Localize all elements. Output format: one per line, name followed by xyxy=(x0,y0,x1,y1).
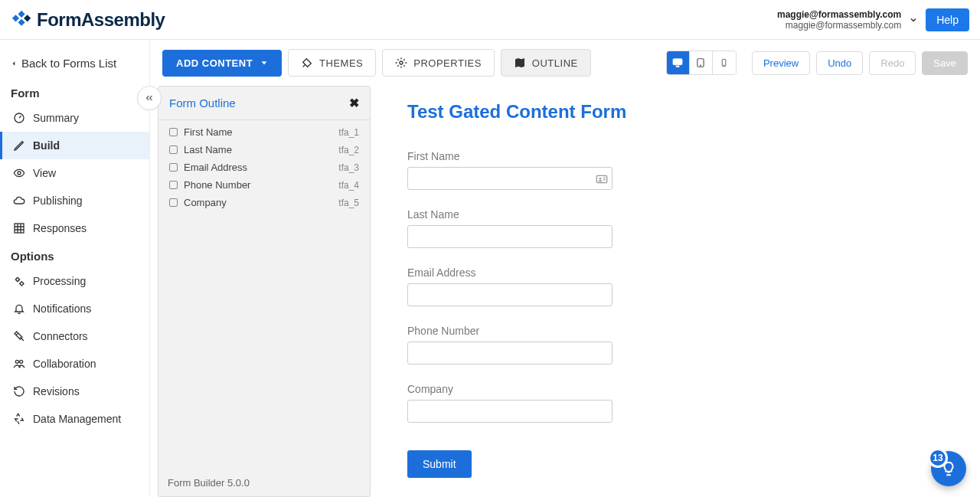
svg-point-10 xyxy=(15,360,18,363)
undo-button[interactable]: Undo xyxy=(816,51,863,75)
form-field-input[interactable] xyxy=(407,283,612,306)
account-menu[interactable]: maggie@formassembly.com maggie@formassem… xyxy=(777,9,918,31)
svg-point-9 xyxy=(20,282,23,285)
back-to-forms-link[interactable]: Back to Forms List xyxy=(0,51,149,79)
form-field-input[interactable] xyxy=(407,400,612,423)
brand-name: FormAssembly xyxy=(37,9,165,31)
sidebar-item-label: Data Management xyxy=(33,413,121,425)
outline-row[interactable]: Companytfa_5 xyxy=(162,194,367,211)
field-type-icon xyxy=(169,181,178,189)
svg-point-19 xyxy=(724,65,725,66)
preview-button[interactable]: Preview xyxy=(752,51,810,75)
device-tablet-button[interactable] xyxy=(690,51,713,74)
tablet-icon xyxy=(695,57,706,69)
map-icon xyxy=(514,57,526,69)
form-preview: Test Gated Content Form First NameLast N… xyxy=(407,86,968,497)
sidebar-item-build[interactable]: Build xyxy=(0,132,149,159)
help-bubble[interactable]: 13 xyxy=(931,451,966,486)
form-field-input[interactable] xyxy=(407,342,612,365)
field-type-icon xyxy=(169,128,178,136)
caret-left-icon xyxy=(11,59,17,68)
svg-rect-2 xyxy=(18,18,24,25)
sidebar-item-data-management[interactable]: Data Management xyxy=(0,405,149,433)
save-button[interactable]: Save xyxy=(922,51,968,75)
outline-row-id: tfa_3 xyxy=(338,162,359,173)
sidebar-item-connectors[interactable]: Connectors xyxy=(0,322,149,350)
help-bubble-count: 13 xyxy=(928,448,948,468)
form-field-label: Company xyxy=(407,383,968,395)
device-desktop-button[interactable] xyxy=(667,51,690,74)
brush-icon xyxy=(301,57,313,69)
outline-label: OUTLINE xyxy=(532,57,578,69)
svg-point-13 xyxy=(400,61,403,64)
redo-button[interactable]: Redo xyxy=(869,51,916,75)
sidebar-item-collaboration[interactable]: Collaboration xyxy=(0,350,149,378)
outline-row-id: tfa_2 xyxy=(338,145,359,155)
sidebar-item-label: Collaboration xyxy=(33,358,96,370)
sidebar-item-label: Connectors xyxy=(33,330,88,342)
sidebar-collapse-button[interactable] xyxy=(137,86,162,110)
plug-icon xyxy=(13,330,25,342)
account-email-primary: maggie@formassembly.com xyxy=(777,9,901,20)
sidebar: Back to Forms List Form SummaryBuildView… xyxy=(0,40,150,497)
outline-row-label: Email Address xyxy=(184,162,247,173)
account-email-secondary: maggie@formassembly.com xyxy=(777,20,901,31)
sidebar-item-publishing[interactable]: Publishing xyxy=(0,187,149,214)
caret-down-icon xyxy=(260,59,268,67)
form-field-input[interactable] xyxy=(407,225,612,248)
eye-icon xyxy=(13,167,25,179)
outline-row-label: Phone Number xyxy=(184,179,250,191)
sidebar-item-notifications[interactable]: Notifications xyxy=(0,295,149,322)
field-type-icon xyxy=(169,146,178,154)
dashboard-icon xyxy=(13,112,25,124)
chevron-down-icon xyxy=(909,15,918,25)
svg-point-21 xyxy=(599,178,602,180)
outline-row[interactable]: First Nametfa_1 xyxy=(162,123,367,141)
themes-button[interactable]: THEMES xyxy=(288,49,376,77)
outline-row-id: tfa_4 xyxy=(338,180,359,191)
svg-rect-0 xyxy=(12,15,19,21)
device-mobile-button[interactable] xyxy=(713,51,736,74)
svg-marker-4 xyxy=(13,61,15,65)
sidebar-item-view[interactable]: View xyxy=(0,159,149,187)
form-field-input[interactable] xyxy=(407,167,612,190)
sidebar-item-label: Processing xyxy=(33,275,86,287)
svg-rect-7 xyxy=(15,224,24,233)
cloud-icon xyxy=(13,195,25,207)
properties-button[interactable]: PROPERTIES xyxy=(382,49,495,77)
sidebar-item-label: Publishing xyxy=(33,195,83,207)
form-field: Company xyxy=(407,383,968,423)
brand-logo[interactable]: FormAssembly xyxy=(11,9,165,31)
svg-rect-15 xyxy=(676,66,679,67)
chevrons-left-icon xyxy=(144,93,155,103)
outline-row[interactable]: Email Addresstfa_3 xyxy=(162,159,367,176)
form-field-label: Phone Number xyxy=(407,325,968,337)
sidebar-item-responses[interactable]: Responses xyxy=(0,214,149,242)
sidebar-item-processing[interactable]: Processing xyxy=(0,267,149,295)
history-icon xyxy=(13,385,25,397)
grid-icon xyxy=(13,222,25,234)
form-field-label: Last Name xyxy=(407,208,968,221)
sidebar-item-revisions[interactable]: Revisions xyxy=(0,378,149,405)
sidebar-item-summary[interactable]: Summary xyxy=(0,104,149,132)
gear-icon xyxy=(395,57,407,69)
add-content-button[interactable]: ADD CONTENT xyxy=(162,50,282,77)
svg-rect-1 xyxy=(18,10,24,17)
outline-row[interactable]: Last Nametfa_2 xyxy=(162,141,367,159)
outline-row-id: tfa_5 xyxy=(338,198,359,208)
form-field-label: First Name xyxy=(407,150,968,162)
bell-icon xyxy=(13,302,25,315)
outline-button[interactable]: OUTLINE xyxy=(501,49,591,77)
form-title[interactable]: Test Gated Content Form xyxy=(407,101,968,123)
outline-row[interactable]: Phone Numbertfa_4 xyxy=(162,176,367,194)
sidebar-item-label: Responses xyxy=(33,222,87,234)
form-field: Phone Number xyxy=(407,325,968,365)
outline-panel-close[interactable]: ✖ xyxy=(349,96,359,110)
help-button[interactable]: Help xyxy=(926,8,969,31)
properties-label: PROPERTIES xyxy=(413,57,482,69)
svg-rect-14 xyxy=(673,59,682,65)
form-field: Last Name xyxy=(407,208,968,248)
submit-button[interactable]: Submit xyxy=(407,450,472,478)
contact-card-icon xyxy=(596,173,608,184)
outline-row-id: tfa_1 xyxy=(338,127,359,138)
